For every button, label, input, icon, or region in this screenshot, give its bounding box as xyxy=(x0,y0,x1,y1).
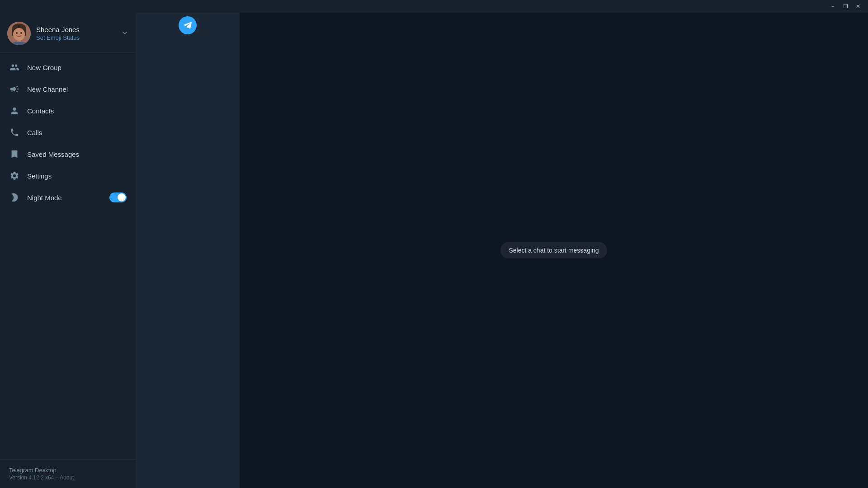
titlebar: − ❐ ✕ xyxy=(0,0,868,13)
chat-panel-header xyxy=(136,13,240,38)
new-channel-label: New Channel xyxy=(27,85,127,93)
sidebar-menu: Sheena Jones Set Emoji Status New Group xyxy=(0,13,136,488)
minimize-button[interactable]: − xyxy=(826,0,839,13)
sidebar-item-new-group[interactable]: New Group xyxy=(0,56,136,78)
night-mode-toggle[interactable] xyxy=(109,192,127,202)
saved-messages-label: Saved Messages xyxy=(27,150,127,158)
megaphone-icon xyxy=(9,84,20,94)
maximize-button[interactable]: ❐ xyxy=(839,0,852,13)
svg-point-4 xyxy=(13,28,25,41)
sidebar-item-settings[interactable]: Settings xyxy=(0,165,136,187)
chat-panel xyxy=(136,13,240,488)
profile-info: Sheena Jones Set Emoji Status xyxy=(36,26,116,41)
sidebar-item-saved-messages[interactable]: Saved Messages xyxy=(0,143,136,165)
close-button[interactable]: ✕ xyxy=(852,0,864,13)
app-body: Sheena Jones Set Emoji Status New Group xyxy=(0,13,868,488)
calls-label: Calls xyxy=(27,129,127,136)
app-name: Telegram Desktop xyxy=(9,467,127,474)
avatar-image xyxy=(7,22,31,45)
profile-name: Sheena Jones xyxy=(36,26,116,33)
night-mode-toggle-container xyxy=(109,192,127,202)
main-content: Select a chat to start messaging xyxy=(240,13,868,488)
settings-label: Settings xyxy=(27,172,127,180)
profile-section[interactable]: Sheena Jones Set Emoji Status xyxy=(0,13,136,53)
profile-status[interactable]: Set Emoji Status xyxy=(36,34,116,41)
sidebar-item-contacts[interactable]: Contacts xyxy=(0,100,136,122)
telegram-logo xyxy=(179,16,197,34)
sidebar-item-new-channel[interactable]: New Channel xyxy=(0,78,136,100)
menu-items: New Group New Channel Contacts xyxy=(0,53,136,459)
phone-icon xyxy=(9,127,20,138)
bookmark-icon xyxy=(9,149,20,160)
sidebar-footer: Telegram Desktop Version 4.12.2 x64 – Ab… xyxy=(0,459,136,488)
profile-chevron-icon[interactable] xyxy=(121,29,128,38)
moon-icon xyxy=(9,192,20,203)
person-icon xyxy=(9,105,20,116)
svg-point-5 xyxy=(16,32,18,34)
select-chat-message: Select a chat to start messaging xyxy=(500,242,607,258)
contacts-label: Contacts xyxy=(27,107,127,115)
gear-icon xyxy=(9,170,20,181)
people-icon xyxy=(9,62,20,73)
svg-point-6 xyxy=(20,32,22,34)
avatar xyxy=(7,22,31,45)
new-group-label: New Group xyxy=(27,64,127,71)
sidebar-item-night-mode[interactable]: Night Mode xyxy=(0,187,136,208)
night-mode-label: Night Mode xyxy=(27,194,102,202)
app-version[interactable]: Version 4.12.2 x64 – About xyxy=(9,474,127,481)
sidebar-item-calls[interactable]: Calls xyxy=(0,122,136,143)
